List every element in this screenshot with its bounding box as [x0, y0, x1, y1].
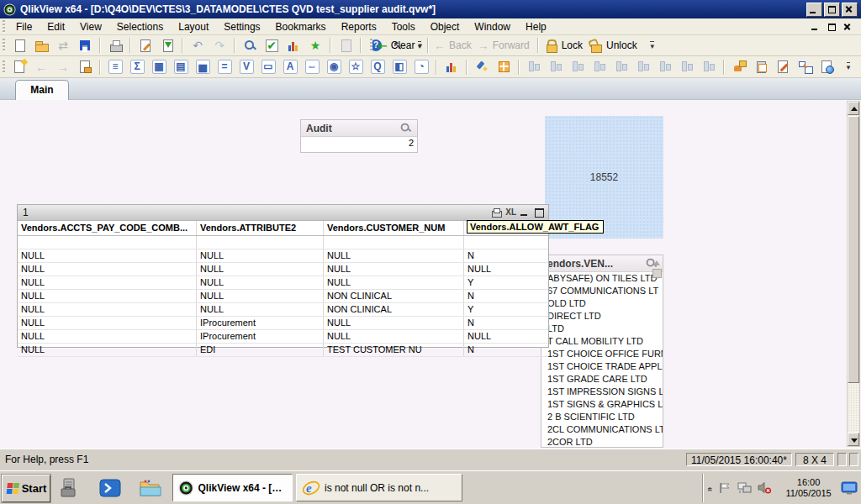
list-item[interactable]: 1ST SIGNS & GRAPHICS LT: [541, 398, 663, 411]
list-item[interactable]: 1ST IMPRESSION SIGNS LT: [541, 386, 663, 398]
table-cell[interactable]: [464, 236, 548, 249]
create-text-object-button[interactable]: A: [280, 57, 300, 76]
unlock-button[interactable]: Unlock: [588, 36, 641, 55]
table-cell[interactable]: NULL: [324, 330, 464, 343]
sheet-vertical-scrollbar[interactable]: [847, 101, 860, 447]
chart-wizard-button[interactable]: [441, 57, 462, 76]
table-cell[interactable]: NULL: [324, 263, 464, 276]
powershell-icon[interactable]: [98, 476, 123, 500]
menu-file[interactable]: File: [8, 19, 40, 34]
create-statistics-box-button[interactable]: Σ: [127, 57, 147, 76]
taskbar-task-qlikview[interactable]: QlikView x64 - [D:\...: [172, 474, 293, 501]
align-top-button[interactable]: [589, 57, 610, 76]
table-cell[interactable]: [18, 236, 197, 249]
clear-button[interactable]: ⇤Clear▾: [377, 36, 423, 55]
demote-sheet-button[interactable]: →: [53, 57, 73, 76]
tray-volume-muted-icon[interactable]: [758, 481, 772, 495]
start-button[interactable]: Start: [2, 475, 50, 502]
table-cell[interactable]: [197, 236, 324, 249]
create-slider-button[interactable]: ⇔: [302, 57, 322, 76]
menu-edit[interactable]: Edit: [40, 19, 72, 34]
toolbar-options-button[interactable]: ▾: [642, 36, 663, 55]
table-cell[interactable]: NULL: [197, 263, 324, 276]
add-sheet-button[interactable]: [9, 57, 29, 76]
table-cell[interactable]: NULL: [197, 303, 324, 316]
table-cell[interactable]: TEST CUSTOMER NU: [324, 344, 464, 356]
audit-listbox-caption[interactable]: Audit: [301, 120, 417, 137]
menu-selections[interactable]: Selections: [109, 19, 171, 34]
table-cell[interactable]: NULL: [324, 317, 464, 329]
list-item[interactable]: 1ST CHOICE OFFICE FURN: [541, 348, 663, 360]
create-input-box-button[interactable]: ▤: [171, 57, 191, 76]
minimize-object-icon[interactable]: [519, 207, 531, 218]
design-grid-button[interactable]: [494, 57, 514, 76]
toolbar-grip[interactable]: [370, 39, 372, 52]
menu-reports[interactable]: Reports: [334, 19, 384, 34]
notes-button[interactable]: [335, 36, 356, 55]
list-item[interactable]: DIRECT LTD: [541, 310, 663, 323]
column-header[interactable]: Vendors.ATTRIBUTE2: [197, 221, 324, 235]
scroll-up-icon[interactable]: [653, 257, 660, 265]
list-item[interactable]: 2CL COMMUNICATIONS LT: [541, 423, 663, 436]
scroll-up-button[interactable]: [848, 102, 859, 115]
list-item[interactable]: ABYSAFE) ON TILES LTD: [541, 272, 663, 285]
listbox-scrollbar[interactable]: [652, 257, 662, 291]
table-cell[interactable]: EDI: [197, 344, 324, 356]
align-center-vertical-button[interactable]: [611, 57, 631, 76]
align-center-horizontal-button[interactable]: [546, 57, 566, 76]
table-cell[interactable]: NULL: [464, 330, 548, 343]
table-cell[interactable]: NULL: [197, 249, 324, 262]
toolbar-grip[interactable]: [3, 60, 5, 74]
create-multi-box-button[interactable]: V: [236, 57, 256, 76]
menu-layout[interactable]: Layout: [171, 19, 216, 34]
new-document-button[interactable]: [9, 36, 29, 55]
mdi-minimize-button[interactable]: [809, 21, 822, 33]
list-item[interactable]: 1ST CHOICE TRADE APPLI.: [541, 360, 663, 373]
format-painter-button[interactable]: [472, 57, 492, 76]
toolbar-grip[interactable]: [3, 39, 5, 52]
list-item[interactable]: OLD LTD: [541, 297, 663, 310]
taskbar-task-browser[interactable]: e is not null OR is not n...: [296, 474, 462, 501]
tray-chevron-icon[interactable]: «: [705, 486, 715, 490]
audit-value[interactable]: 2: [301, 137, 417, 152]
tray-flag-icon[interactable]: [718, 481, 732, 495]
table-cell[interactable]: NULL: [18, 249, 197, 262]
undo-button[interactable]: ↶: [188, 36, 208, 55]
forward-button[interactable]: →Forward: [477, 36, 533, 55]
menu-view[interactable]: View: [72, 19, 109, 34]
quick-chart-wizard-button[interactable]: [283, 36, 304, 55]
add-bookmark-button[interactable]: ★: [305, 36, 325, 55]
print-button[interactable]: [105, 36, 125, 55]
tray-network-icon[interactable]: [737, 481, 752, 495]
edit-script-button[interactable]: [135, 36, 156, 55]
search-icon[interactable]: [399, 122, 412, 134]
list-item[interactable]: T CALL MOBILITY LTD: [541, 335, 663, 348]
folder-icon[interactable]: [138, 476, 163, 500]
menu-bookmarks[interactable]: Bookmarks: [268, 19, 334, 34]
save-button[interactable]: [75, 36, 95, 55]
column-header[interactable]: Vendors.CUSTOMER_NUM: [324, 221, 464, 235]
table-caption-bar[interactable]: 1 XL: [18, 205, 548, 221]
table-cell[interactable]: NULL: [18, 276, 197, 289]
create-chart-button[interactable]: ▅: [193, 57, 213, 76]
dragged-column-header[interactable]: Vendors.ALLOW_AWT_FLAG: [467, 220, 604, 234]
table-viewer-button[interactable]: [795, 57, 815, 76]
mdi-close-button[interactable]: [841, 21, 854, 33]
open-document-button[interactable]: [31, 36, 51, 55]
table-cell[interactable]: NULL: [18, 317, 197, 329]
refresh-button[interactable]: ⇄: [53, 36, 73, 55]
table-cell[interactable]: NULL: [324, 276, 464, 289]
table-cell[interactable]: NULL: [18, 303, 197, 316]
table-cell[interactable]: NULL: [18, 263, 197, 276]
align-left-button[interactable]: [524, 57, 544, 76]
table-cell[interactable]: N: [464, 290, 548, 302]
create-button-button[interactable]: ▭: [258, 57, 278, 76]
list-item[interactable]: 67 COMMUNICATIONS LT: [541, 285, 663, 297]
menu-settings[interactable]: Settings: [216, 19, 267, 34]
create-bookmark-object-button[interactable]: ◉: [324, 57, 344, 76]
space-evenly-horizontal-button[interactable]: [655, 57, 675, 76]
menu-help[interactable]: Help: [518, 19, 554, 34]
list-item[interactable]: 1ST GRADE CARE LTD: [541, 373, 663, 386]
table-cell[interactable]: [324, 236, 464, 249]
maximize-object-icon[interactable]: [533, 207, 545, 218]
